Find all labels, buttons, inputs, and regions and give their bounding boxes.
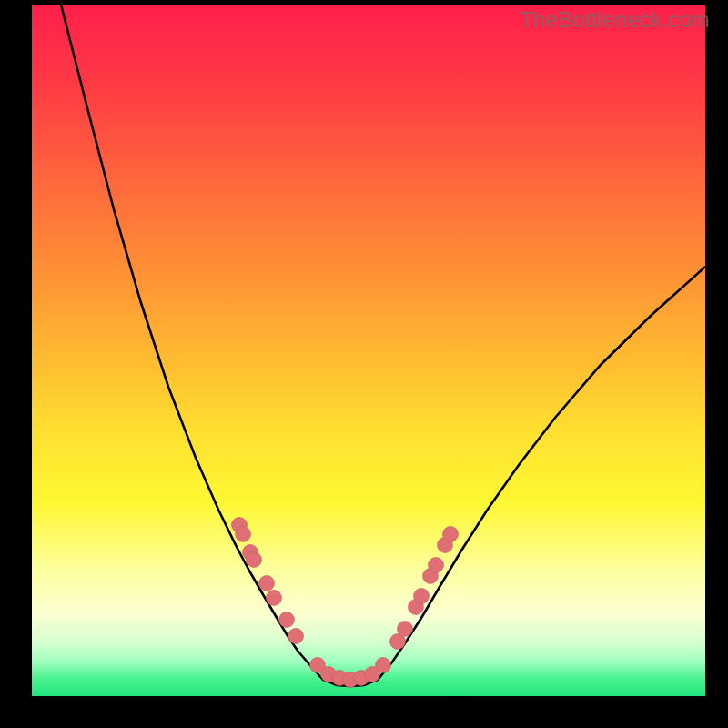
curve-markers — [232, 518, 459, 688]
curve-marker — [429, 558, 444, 573]
bottleneck-curve — [61, 5, 705, 686]
curve-marker — [414, 589, 430, 604]
curve-path — [61, 5, 705, 686]
curve-marker — [259, 576, 275, 592]
curve-marker — [288, 629, 304, 644]
curve-marker — [398, 622, 413, 637]
curve-marker — [443, 527, 459, 542]
curve-marker — [267, 591, 282, 606]
curve-marker — [279, 612, 295, 628]
curve-marker — [376, 658, 391, 673]
chart-overlay — [32, 5, 705, 696]
curve-marker — [236, 527, 251, 542]
curve-marker — [247, 552, 262, 568]
